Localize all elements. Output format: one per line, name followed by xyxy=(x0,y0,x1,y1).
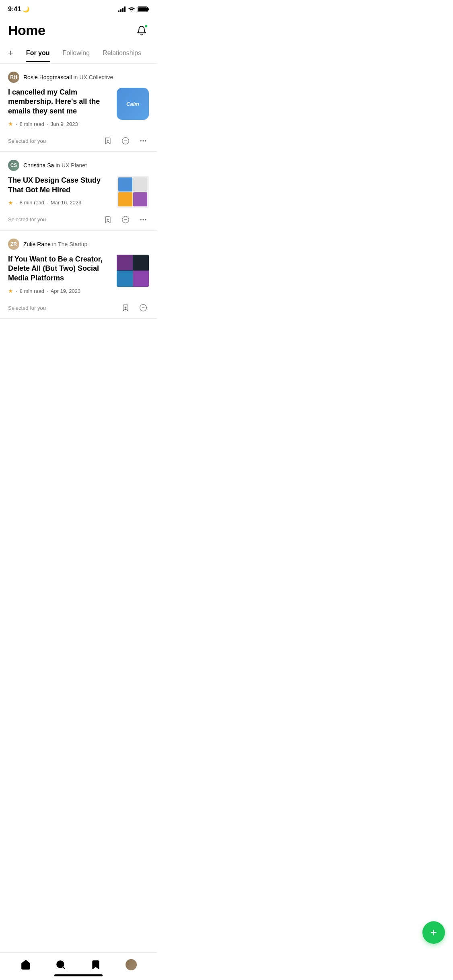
article-meta: ★ · 8 min read · Jun 9, 2023 xyxy=(8,121,112,127)
publication-name: UX Planet xyxy=(62,162,87,169)
article-title: The UX Design Case Study That Got Me Hir… xyxy=(8,176,112,195)
article-thumbnail: Calm xyxy=(117,88,149,120)
selected-label: Selected for you xyxy=(8,305,46,311)
author-row: ZR Zulie Rane in The Startup xyxy=(8,239,149,250)
less-button[interactable] xyxy=(120,214,131,225)
tabs-container: + For you Following Relationships xyxy=(0,43,157,64)
battery-icon xyxy=(138,6,149,12)
status-bar: 9:41🌙 xyxy=(0,0,157,16)
article-actions xyxy=(102,135,149,146)
minus-circle-icon xyxy=(121,216,130,224)
notification-dot xyxy=(144,24,148,28)
svg-point-15 xyxy=(142,219,144,220)
article-date: Jun 9, 2023 xyxy=(51,121,78,127)
member-star-icon: ★ xyxy=(8,121,13,127)
article-body: I cancelled my Calm membership. Here's a… xyxy=(8,88,149,130)
in-text: in xyxy=(74,74,78,80)
publication-name: UX Collective xyxy=(79,74,113,80)
author-row: CS Christina Sa in UX Planet xyxy=(8,160,149,171)
article-date: Apr 19, 2023 xyxy=(51,288,80,294)
bookmark-add-icon xyxy=(104,137,112,145)
article-date: Mar 16, 2023 xyxy=(51,200,82,206)
tab-relationships[interactable]: Relationships xyxy=(96,45,148,62)
article-title: I cancelled my Calm membership. Here's a… xyxy=(8,88,112,116)
more-options-button[interactable] xyxy=(138,214,149,225)
bookmark-add-icon xyxy=(121,304,130,312)
svg-point-8 xyxy=(142,140,144,142)
minus-circle-icon xyxy=(121,137,130,145)
article-meta: ★ · 8 min read · Apr 19, 2023 xyxy=(8,288,112,294)
minus-circle-icon xyxy=(139,304,147,312)
less-button[interactable] xyxy=(120,135,131,146)
add-tab-button[interactable]: + xyxy=(8,43,20,63)
author-name: Zulie Rane xyxy=(23,241,51,247)
tab-for-you[interactable]: For you xyxy=(20,45,56,62)
author-row: RH Rosie Hoggmascall in UX Collective xyxy=(8,72,149,83)
wifi-icon xyxy=(128,6,135,12)
avatar: ZR xyxy=(8,239,19,250)
svg-rect-1 xyxy=(148,8,149,10)
article-footer: Selected for you xyxy=(8,130,149,151)
member-star-icon: ★ xyxy=(8,288,13,294)
status-icons xyxy=(118,6,149,12)
read-time: 8 min read xyxy=(20,121,44,127)
more-options-button[interactable] xyxy=(138,135,149,146)
svg-rect-2 xyxy=(138,7,147,11)
read-time: 8 min read xyxy=(20,288,44,294)
article-footer: Selected for you xyxy=(8,297,149,318)
status-time: 9:41🌙 xyxy=(8,6,29,13)
author-name: Rosie Hoggmascall xyxy=(23,74,72,80)
svg-point-16 xyxy=(145,219,146,220)
less-button[interactable] xyxy=(138,302,149,313)
author-info: Rosie Hoggmascall in UX Collective xyxy=(23,74,113,80)
save-button[interactable] xyxy=(120,302,131,313)
article-meta: ★ · 8 min read · Mar 16, 2023 xyxy=(8,200,112,206)
ellipsis-icon xyxy=(139,137,147,145)
article-body: If You Want to Be a Creator, Delete All … xyxy=(8,255,149,297)
save-button[interactable] xyxy=(102,135,113,146)
ellipsis-icon xyxy=(139,216,147,224)
article-title: If You Want to Be a Creator, Delete All … xyxy=(8,255,112,283)
article-body: The UX Design Case Study That Got Me Hir… xyxy=(8,176,149,209)
avatar: RH xyxy=(8,72,19,83)
author-info: Christina Sa in UX Planet xyxy=(23,162,87,169)
article-card: CS Christina Sa in UX Planet The UX Desi… xyxy=(0,152,157,231)
author-name: Christina Sa xyxy=(23,162,54,169)
bookmark-add-icon xyxy=(104,216,112,224)
article-actions xyxy=(120,302,149,313)
notification-button[interactable] xyxy=(134,23,149,38)
avatar: CS xyxy=(8,160,19,171)
author-info: Zulie Rane in The Startup xyxy=(23,241,87,247)
article-card: RH Rosie Hoggmascall in UX Collective I … xyxy=(0,64,157,152)
signal-icon xyxy=(118,6,126,12)
member-star-icon: ★ xyxy=(8,200,13,206)
publication-name: The Startup xyxy=(58,241,87,247)
article-footer: Selected for you xyxy=(8,209,149,230)
svg-point-9 xyxy=(145,140,146,142)
selected-label: Selected for you xyxy=(8,216,46,222)
article-card: ZR Zulie Rane in The Startup If You Want… xyxy=(0,231,157,319)
article-thumbnail xyxy=(117,255,149,287)
save-button[interactable] xyxy=(102,214,113,225)
svg-point-7 xyxy=(140,140,142,142)
read-time: 8 min read xyxy=(20,200,44,206)
article-actions xyxy=(102,214,149,225)
page-title: Home xyxy=(8,23,45,38)
moon-icon: 🌙 xyxy=(23,6,29,12)
tab-following[interactable]: Following xyxy=(56,45,97,62)
svg-point-14 xyxy=(140,219,142,220)
selected-label: Selected for you xyxy=(8,138,46,144)
article-thumbnail xyxy=(117,176,149,208)
page-header: Home xyxy=(0,16,157,43)
